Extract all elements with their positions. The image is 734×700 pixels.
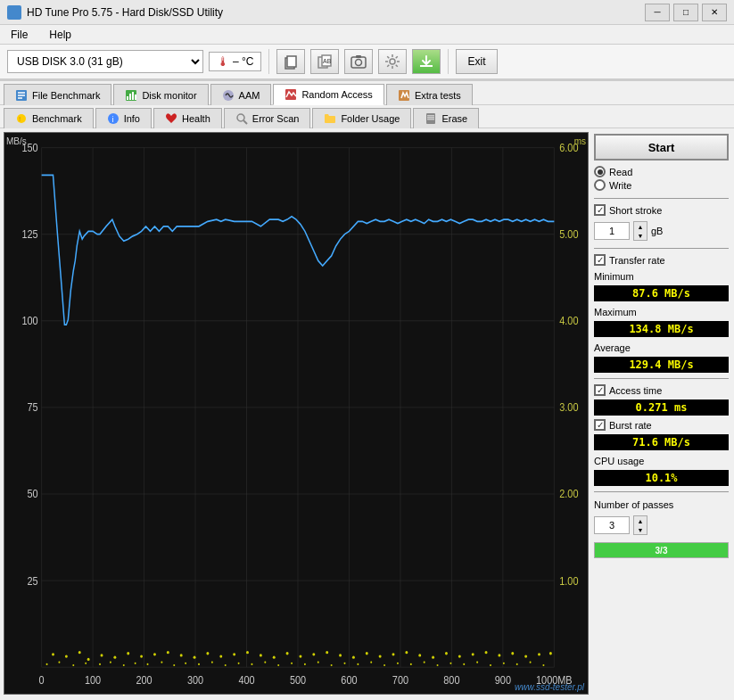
tab-benchmark[interactable]: ! Benchmark	[4, 108, 94, 128]
maximum-value: 134.8 MB/s	[594, 321, 729, 337]
exit-button[interactable]: Exit	[456, 49, 497, 74]
transfer-rate-row[interactable]: Transfer rate	[594, 254, 729, 266]
tab-random-access[interactable]: Random Access	[273, 84, 383, 105]
svg-text:!: !	[19, 115, 21, 123]
random-access-icon	[285, 88, 297, 101]
maximize-button[interactable]: □	[673, 4, 698, 21]
svg-point-121	[198, 663, 200, 665]
svg-point-117	[147, 663, 149, 665]
svg-point-99	[432, 656, 434, 659]
tab-folder-usage-label: Folder Usage	[341, 113, 400, 124]
tab-extra-tests[interactable]: Extra tests	[386, 84, 473, 105]
svg-point-112	[85, 663, 87, 664]
write-radio[interactable]: Write	[594, 179, 729, 191]
burst-rate-row[interactable]: Burst rate	[594, 419, 729, 431]
titlebar: HD Tune Pro 5.75 - Hard Disk/SSD Utility…	[0, 0, 734, 25]
svg-text:i: i	[111, 115, 113, 124]
passes-spinbox[interactable]	[594, 516, 630, 534]
short-stroke-label: Short stroke	[609, 205, 662, 216]
menubar: File Help	[0, 25, 734, 45]
svg-point-102	[472, 653, 474, 655]
menu-help[interactable]: Help	[45, 28, 75, 42]
write-radio-btn[interactable]	[594, 179, 606, 191]
settings-icon-btn[interactable]	[378, 49, 407, 74]
bottom-tab-bar: ! Benchmark i Info Health Error Scan Fol…	[0, 105, 734, 128]
short-stroke-spinbox[interactable]	[594, 222, 630, 240]
svg-text:AB: AB	[323, 58, 332, 64]
tab-disk-monitor[interactable]: Disk monitor	[113, 84, 208, 105]
svg-point-70	[52, 653, 54, 655]
copy-icon-btn[interactable]	[276, 49, 305, 74]
short-stroke-up[interactable]: ▲	[634, 222, 647, 231]
tab-erase[interactable]: Erase	[413, 108, 479, 128]
svg-point-137	[410, 663, 412, 665]
svg-point-147	[542, 664, 544, 666]
svg-point-78	[153, 653, 156, 655]
svg-rect-26	[427, 119, 434, 120]
tab-file-benchmark[interactable]: File Benchmark	[4, 84, 111, 105]
svg-point-105	[511, 652, 514, 655]
svg-text:300: 300	[187, 674, 203, 686]
y-axis-left-title: MB/s	[6, 136, 27, 146]
download-icon-btn[interactable]	[412, 49, 441, 74]
passes-down[interactable]: ▼	[634, 525, 647, 534]
tab-folder-usage[interactable]: Folder Usage	[312, 108, 411, 128]
tab-aam[interactable]: AAM	[210, 84, 272, 105]
benchmark-chart: 150 125 100 75 50 25 6.00 5.00 4.00 3.00…	[4, 133, 588, 694]
access-time-checkbox[interactable]	[594, 384, 606, 396]
passes-spinbox-row: ▲ ▼	[594, 514, 729, 537]
passes-up[interactable]: ▲	[634, 516, 647, 525]
short-stroke-checkbox[interactable]	[594, 204, 606, 216]
tab-health[interactable]: Health	[153, 108, 222, 128]
transfer-rate-label: Transfer rate	[609, 255, 665, 266]
svg-point-129	[304, 663, 306, 665]
svg-point-127	[277, 664, 279, 666]
short-stroke-row[interactable]: Short stroke	[594, 204, 729, 216]
read-radio[interactable]: Read	[594, 166, 729, 177]
drive-selector[interactable]: USB DISK 3.0 (31 gB)	[7, 50, 203, 73]
passes-progress-bar: 3/3	[594, 542, 729, 558]
tab-disk-monitor-label: Disk monitor	[142, 90, 196, 101]
svg-point-113	[99, 663, 101, 665]
tab-info-label: Info	[124, 113, 140, 124]
svg-rect-14	[135, 95, 136, 100]
svg-point-108	[549, 652, 552, 655]
close-button[interactable]: ✕	[702, 4, 727, 21]
svg-point-6	[356, 60, 362, 66]
svg-text:4.00: 4.00	[559, 316, 578, 327]
transfer-rate-checkbox[interactable]	[594, 254, 606, 266]
average-label: Average	[594, 342, 729, 353]
svg-point-74	[101, 654, 103, 656]
read-radio-btn[interactable]	[594, 166, 606, 177]
temperature-display: 🌡 – °C	[209, 52, 261, 71]
svg-point-145	[516, 663, 518, 665]
svg-point-79	[167, 651, 169, 654]
svg-point-85	[246, 651, 249, 654]
svg-point-100	[445, 652, 448, 655]
svg-text:100: 100	[85, 674, 101, 686]
svg-point-109	[46, 663, 48, 665]
access-time-label: Access time	[609, 385, 662, 396]
menu-file[interactable]: File	[7, 28, 31, 42]
cpu-usage-label: CPU usage	[594, 456, 729, 466]
svg-point-104	[498, 654, 500, 656]
svg-point-89	[299, 655, 301, 657]
start-button[interactable]: Start	[594, 134, 729, 161]
svg-point-82	[206, 652, 209, 655]
minimize-button[interactable]: ─	[645, 4, 670, 21]
tab-info[interactable]: i Info	[95, 108, 152, 128]
svg-text:800: 800	[443, 674, 459, 686]
burst-rate-checkbox[interactable]	[594, 419, 606, 431]
svg-point-91	[326, 651, 328, 654]
svg-rect-13	[132, 92, 134, 100]
svg-point-140	[449, 663, 451, 664]
access-time-row[interactable]: Access time	[594, 384, 729, 396]
short-stroke-down[interactable]: ▼	[634, 231, 647, 240]
camera-icon-btn[interactable]	[344, 49, 373, 74]
svg-point-92	[339, 654, 342, 656]
copy2-icon-btn[interactable]: AB	[310, 49, 339, 74]
tab-error-scan[interactable]: Error Scan	[224, 108, 311, 128]
svg-point-80	[180, 654, 183, 656]
svg-point-96	[392, 653, 395, 655]
svg-point-93	[352, 656, 355, 659]
